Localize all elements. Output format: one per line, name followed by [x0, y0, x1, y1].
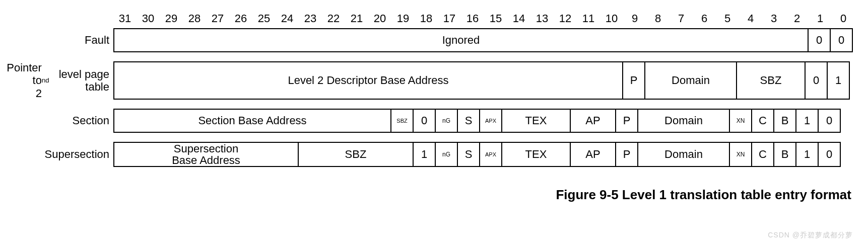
bit-numbers: 3130292827262524232221201918171615141312… — [113, 10, 855, 28]
pointer-field-4: 0 — [805, 61, 828, 100]
fault-field-0: Ignored — [113, 28, 809, 52]
label-section: Section — [5, 109, 113, 133]
fields-supersection: SupersectionBase AddressSBZ1nGSAPXTEXAPP… — [113, 142, 855, 167]
bit-20: 20 — [368, 10, 391, 28]
bit-24: 24 — [276, 10, 299, 28]
fault-field-1: 0 — [808, 28, 831, 52]
bit-header-row: 3130292827262524232221201918171615141312… — [5, 10, 861, 28]
pointer-field-1: P — [622, 61, 645, 100]
bit-16: 16 — [461, 10, 484, 28]
supersection-field-9: Domain — [637, 142, 730, 167]
section-field-8: P — [615, 109, 638, 133]
bit-18: 18 — [415, 10, 438, 28]
bit-9: 9 — [623, 10, 646, 28]
supersection-field-5: APX — [479, 142, 502, 167]
section-field-3: nG — [435, 109, 458, 133]
bit-25: 25 — [252, 10, 276, 28]
section-field-1: SBZ — [390, 109, 414, 133]
bit-27: 27 — [206, 10, 229, 28]
section-field-4: S — [457, 109, 480, 133]
bit-13: 13 — [530, 10, 554, 28]
bit-8: 8 — [646, 10, 670, 28]
bit-19: 19 — [391, 10, 415, 28]
bit-15: 15 — [484, 10, 507, 28]
bit-5: 5 — [716, 10, 739, 28]
supersection-field-14: 0 — [818, 142, 841, 167]
pointer-field-0: Level 2 Descriptor Base Address — [113, 61, 623, 100]
bit-26: 26 — [229, 10, 252, 28]
bit-14: 14 — [507, 10, 530, 28]
supersection-field-10: XN — [729, 142, 752, 167]
supersection-field-0: SupersectionBase Address — [113, 142, 299, 167]
label-fault: Fault — [5, 28, 113, 52]
section-field-6: TEX — [501, 109, 571, 133]
bit-6: 6 — [693, 10, 716, 28]
row-supersection: Supersection SupersectionBase AddressSBZ… — [5, 142, 861, 167]
pointer-field-5: 1 — [827, 61, 850, 100]
bit-header-spacer — [5, 10, 113, 28]
bit-3: 3 — [762, 10, 785, 28]
bit-11: 11 — [577, 10, 600, 28]
bit-29: 29 — [160, 10, 183, 28]
bit-30: 30 — [137, 10, 160, 28]
diagram-wrap: 3130292827262524232221201918171615141312… — [5, 10, 861, 203]
section-field-10: XN — [729, 109, 752, 133]
bit-12: 12 — [554, 10, 577, 28]
figure-caption: Figure 9-5 Level 1 translation table ent… — [5, 187, 861, 203]
supersection-field-12: B — [773, 142, 796, 167]
label-pointer: Pointer to2nd level page table — [5, 61, 113, 100]
section-field-0: Section Base Address — [113, 109, 391, 133]
bit-4: 4 — [739, 10, 762, 28]
row-fault: Fault Ignored00 — [5, 28, 861, 52]
bit-2: 2 — [785, 10, 809, 28]
section-field-9: Domain — [637, 109, 730, 133]
supersection-field-4: S — [457, 142, 480, 167]
section-field-13: 1 — [795, 109, 819, 133]
bit-22: 22 — [322, 10, 345, 28]
label-supersection: Supersection — [5, 142, 113, 167]
section-field-12: B — [773, 109, 796, 133]
bit-1: 1 — [809, 10, 832, 28]
row-pointer: Pointer to2nd level page table Level 2 D… — [5, 61, 861, 100]
section-field-5: APX — [479, 109, 502, 133]
bit-17: 17 — [438, 10, 461, 28]
supersection-field-7: AP — [570, 142, 616, 167]
bit-10: 10 — [600, 10, 623, 28]
supersection-field-6: TEX — [501, 142, 571, 167]
fields-section: Section Base AddressSBZ0nGSAPXTEXAPPDoma… — [113, 109, 855, 133]
supersection-field-3: nG — [435, 142, 458, 167]
fields-pointer: Level 2 Descriptor Base AddressPDomainSB… — [113, 61, 855, 100]
section-field-2: 0 — [413, 109, 436, 133]
section-field-11: C — [751, 109, 774, 133]
bit-0: 0 — [832, 10, 855, 28]
supersection-field-11: C — [751, 142, 774, 167]
supersection-field-1: SBZ — [298, 142, 414, 167]
bit-7: 7 — [670, 10, 693, 28]
supersection-field-8: P — [615, 142, 638, 167]
bit-21: 21 — [345, 10, 368, 28]
section-field-14: 0 — [818, 109, 841, 133]
bit-28: 28 — [183, 10, 206, 28]
row-section: Section Section Base AddressSBZ0nGSAPXTE… — [5, 109, 861, 133]
supersection-field-13: 1 — [795, 142, 819, 167]
bit-23: 23 — [299, 10, 322, 28]
bit-31: 31 — [113, 10, 137, 28]
supersection-field-2: 1 — [413, 142, 436, 167]
fault-field-2: 0 — [830, 28, 853, 52]
pointer-field-2: Domain — [644, 61, 737, 100]
section-field-7: AP — [570, 109, 616, 133]
fields-fault: Ignored00 — [113, 28, 855, 52]
pointer-field-3: SBZ — [736, 61, 806, 100]
